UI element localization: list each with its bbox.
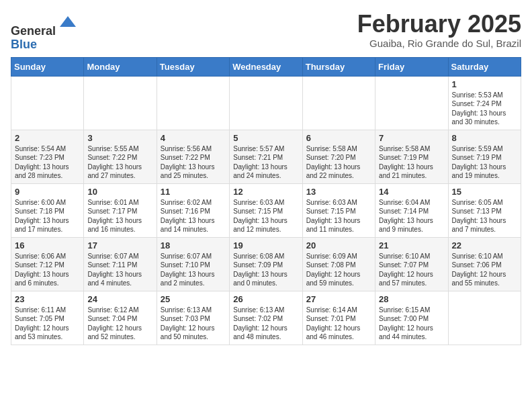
day-number: 19 [233, 240, 298, 250]
page-header: General Blue February 2025 Guaiba, Rio G… [11, 11, 521, 52]
calendar-cell [448, 291, 521, 345]
calendar-cell: 26Sunrise: 6:13 AM Sunset: 7:02 PM Dayli… [230, 291, 302, 345]
day-info: Sunrise: 6:13 AM Sunset: 7:02 PM Dayligh… [233, 306, 298, 342]
calendar-cell: 7Sunrise: 5:58 AM Sunset: 7:19 PM Daylig… [375, 130, 448, 183]
day-info: Sunrise: 6:01 AM Sunset: 7:17 PM Dayligh… [87, 198, 152, 234]
col-header-thursday: Thursday [302, 57, 375, 76]
day-number: 5 [233, 133, 298, 143]
calendar-cell: 6Sunrise: 5:58 AM Sunset: 7:20 PM Daylig… [302, 130, 375, 183]
day-number: 4 [161, 133, 226, 143]
col-header-wednesday: Wednesday [230, 57, 302, 76]
calendar-cell: 1Sunrise: 5:53 AM Sunset: 7:24 PM Daylig… [448, 76, 521, 130]
day-info: Sunrise: 6:06 AM Sunset: 7:12 PM Dayligh… [15, 252, 80, 288]
day-number: 15 [452, 187, 517, 197]
day-info: Sunrise: 6:05 AM Sunset: 7:13 PM Dayligh… [452, 198, 517, 234]
calendar-cell: 24Sunrise: 6:12 AM Sunset: 7:04 PM Dayli… [84, 291, 157, 345]
calendar-cell: 19Sunrise: 6:08 AM Sunset: 7:09 PM Dayli… [230, 237, 302, 291]
day-number: 16 [15, 240, 80, 250]
day-number: 24 [87, 294, 152, 304]
calendar-cell: 20Sunrise: 6:09 AM Sunset: 7:08 PM Dayli… [302, 237, 375, 291]
day-number: 6 [306, 133, 371, 143]
logo-text: General [11, 13, 79, 38]
day-number: 18 [161, 240, 226, 250]
location-text: Guaiba, Rio Grande do Sul, Brazil [357, 38, 521, 49]
day-number: 23 [15, 294, 80, 304]
day-info: Sunrise: 6:14 AM Sunset: 7:01 PM Dayligh… [306, 306, 371, 342]
day-number: 11 [161, 187, 226, 197]
day-number: 1 [452, 79, 517, 89]
day-number: 7 [379, 133, 444, 143]
day-number: 12 [233, 187, 298, 197]
calendar-cell: 12Sunrise: 6:03 AM Sunset: 7:15 PM Dayli… [230, 183, 302, 237]
month-title: February 2025 [357, 11, 521, 38]
svg-marker-0 [60, 16, 76, 27]
day-info: Sunrise: 5:56 AM Sunset: 7:22 PM Dayligh… [161, 144, 226, 181]
day-info: Sunrise: 6:08 AM Sunset: 7:09 PM Dayligh… [233, 252, 298, 288]
calendar-cell [230, 76, 302, 130]
day-info: Sunrise: 5:59 AM Sunset: 7:19 PM Dayligh… [452, 144, 517, 181]
logo: General Blue [11, 13, 79, 52]
day-info: Sunrise: 5:55 AM Sunset: 7:22 PM Dayligh… [87, 144, 152, 181]
day-number: 14 [379, 187, 444, 197]
calendar-cell [302, 76, 375, 130]
calendar-week-row: 1Sunrise: 5:53 AM Sunset: 7:24 PM Daylig… [11, 76, 521, 130]
day-number: 9 [15, 187, 80, 197]
day-number: 21 [379, 240, 444, 250]
day-info: Sunrise: 6:03 AM Sunset: 7:15 PM Dayligh… [233, 198, 298, 234]
calendar-cell: 16Sunrise: 6:06 AM Sunset: 7:12 PM Dayli… [11, 237, 84, 291]
calendar-cell: 5Sunrise: 5:57 AM Sunset: 7:21 PM Daylig… [230, 130, 302, 183]
day-number: 27 [306, 294, 371, 304]
day-info: Sunrise: 6:07 AM Sunset: 7:10 PM Dayligh… [161, 252, 226, 288]
calendar-cell: 8Sunrise: 5:59 AM Sunset: 7:19 PM Daylig… [448, 130, 521, 183]
calendar-cell: 10Sunrise: 6:01 AM Sunset: 7:17 PM Dayli… [84, 183, 157, 237]
calendar-week-row: 23Sunrise: 6:11 AM Sunset: 7:05 PM Dayli… [11, 291, 521, 345]
day-number: 20 [306, 240, 371, 250]
calendar-table: SundayMondayTuesdayWednesdayThursdayFrid… [11, 57, 521, 345]
day-info: Sunrise: 6:03 AM Sunset: 7:15 PM Dayligh… [306, 198, 371, 234]
day-number: 25 [161, 294, 226, 304]
calendar-cell: 13Sunrise: 6:03 AM Sunset: 7:15 PM Dayli… [302, 183, 375, 237]
calendar-cell: 11Sunrise: 6:02 AM Sunset: 7:16 PM Dayli… [157, 183, 229, 237]
calendar-cell: 21Sunrise: 6:10 AM Sunset: 7:07 PM Dayli… [375, 237, 448, 291]
calendar-cell: 27Sunrise: 6:14 AM Sunset: 7:01 PM Dayli… [302, 291, 375, 345]
calendar-cell: 4Sunrise: 5:56 AM Sunset: 7:22 PM Daylig… [157, 130, 229, 183]
day-info: Sunrise: 6:09 AM Sunset: 7:08 PM Dayligh… [306, 252, 371, 288]
day-number: 2 [15, 133, 80, 143]
calendar-cell: 9Sunrise: 6:00 AM Sunset: 7:18 PM Daylig… [11, 183, 84, 237]
col-header-tuesday: Tuesday [157, 57, 229, 76]
calendar-cell: 18Sunrise: 6:07 AM Sunset: 7:10 PM Dayli… [157, 237, 229, 291]
day-info: Sunrise: 5:58 AM Sunset: 7:20 PM Dayligh… [306, 144, 371, 181]
calendar-cell [375, 76, 448, 130]
calendar-cell: 22Sunrise: 6:10 AM Sunset: 7:06 PM Dayli… [448, 237, 521, 291]
day-number: 26 [233, 294, 298, 304]
day-number: 10 [87, 187, 152, 197]
calendar-cell: 2Sunrise: 5:54 AM Sunset: 7:23 PM Daylig… [11, 130, 84, 183]
day-number: 13 [306, 187, 371, 197]
day-info: Sunrise: 6:02 AM Sunset: 7:16 PM Dayligh… [161, 198, 226, 234]
day-info: Sunrise: 5:57 AM Sunset: 7:21 PM Dayligh… [233, 144, 298, 181]
day-info: Sunrise: 6:10 AM Sunset: 7:07 PM Dayligh… [379, 252, 444, 288]
day-info: Sunrise: 6:00 AM Sunset: 7:18 PM Dayligh… [15, 198, 80, 234]
calendar-cell: 15Sunrise: 6:05 AM Sunset: 7:13 PM Dayli… [448, 183, 521, 237]
calendar-cell [11, 76, 84, 130]
title-area: February 2025 Guaiba, Rio Grande do Sul,… [357, 11, 521, 49]
calendar-cell: 3Sunrise: 5:55 AM Sunset: 7:22 PM Daylig… [84, 130, 157, 183]
day-number: 3 [87, 133, 152, 143]
logo-icon [57, 13, 79, 35]
day-info: Sunrise: 6:10 AM Sunset: 7:06 PM Dayligh… [452, 252, 517, 288]
day-info: Sunrise: 5:58 AM Sunset: 7:19 PM Dayligh… [379, 144, 444, 181]
day-number: 17 [87, 240, 152, 250]
col-header-saturday: Saturday [448, 57, 521, 76]
day-info: Sunrise: 6:12 AM Sunset: 7:04 PM Dayligh… [87, 306, 152, 342]
day-info: Sunrise: 5:54 AM Sunset: 7:23 PM Dayligh… [15, 144, 80, 181]
calendar-cell: 25Sunrise: 6:13 AM Sunset: 7:03 PM Dayli… [157, 291, 229, 345]
calendar-cell [84, 76, 157, 130]
calendar-cell: 14Sunrise: 6:04 AM Sunset: 7:14 PM Dayli… [375, 183, 448, 237]
col-header-sunday: Sunday [11, 57, 84, 76]
col-header-monday: Monday [84, 57, 157, 76]
day-number: 22 [452, 240, 517, 250]
col-header-friday: Friday [375, 57, 448, 76]
day-info: Sunrise: 6:04 AM Sunset: 7:14 PM Dayligh… [379, 198, 444, 234]
calendar-header-row: SundayMondayTuesdayWednesdayThursdayFrid… [11, 57, 521, 76]
calendar-cell: 17Sunrise: 6:07 AM Sunset: 7:11 PM Dayli… [84, 237, 157, 291]
